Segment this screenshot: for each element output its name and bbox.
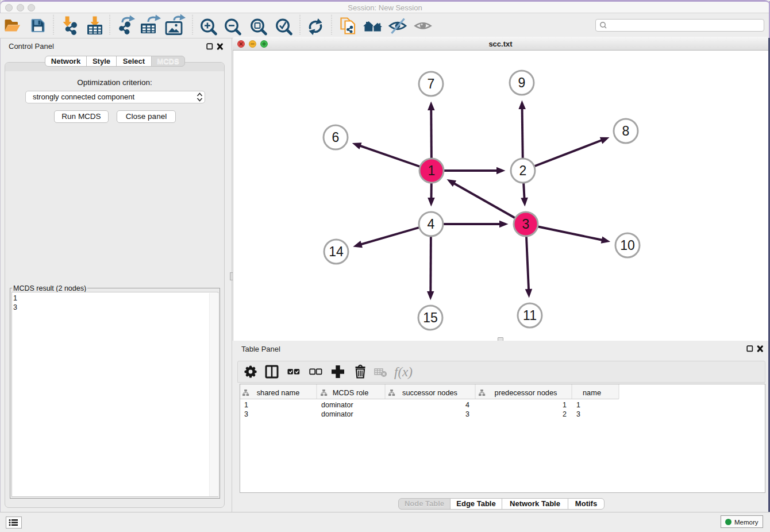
svg-text:9: 9 (518, 75, 526, 90)
svg-text:MCDS role: MCDS role (333, 388, 369, 397)
svg-text:f(x): f(x) (394, 365, 413, 379)
svg-text:6: 6 (332, 130, 340, 145)
svg-text:predecessor nodes: predecessor nodes (495, 388, 557, 397)
svg-text:8: 8 (622, 124, 630, 138)
svg-text:7: 7 (428, 76, 435, 91)
svg-text:14: 14 (329, 244, 344, 259)
svg-text:1: 1 (428, 163, 436, 178)
svg-text:shared name: shared name (257, 388, 300, 397)
svg-text:10: 10 (620, 238, 635, 253)
svg-text:15: 15 (423, 310, 438, 325)
svg-text:name: name (583, 388, 601, 397)
svg-text:4: 4 (428, 217, 435, 232)
svg-text:11: 11 (523, 308, 537, 323)
svg-text:2: 2 (519, 163, 527, 178)
svg-text:3: 3 (522, 217, 530, 232)
svg-text:successor nodes: successor nodes (402, 388, 457, 397)
